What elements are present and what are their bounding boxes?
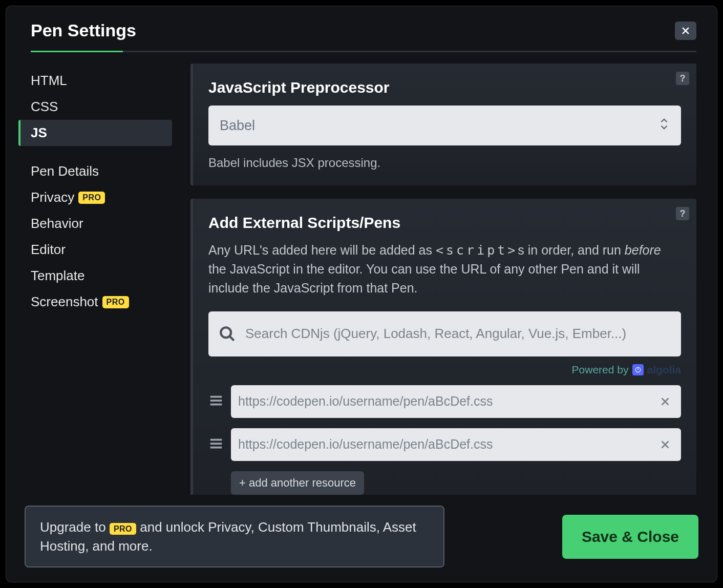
close-icon: [660, 396, 671, 407]
sidebar-item-screenshot[interactable]: Screenshot PRO: [18, 289, 172, 315]
sidebar-gap: [18, 146, 172, 158]
sidebar-item-label: Privacy: [31, 190, 74, 205]
svg-point-0: [221, 327, 231, 338]
cdn-search[interactable]: [208, 311, 681, 356]
content-area: ? JavaScript Preprocessor Babel Babel in…: [190, 64, 696, 495]
upgrade-banner[interactable]: Upgrade to PRO and unlock Privacy, Custo…: [25, 506, 444, 568]
panel-heading: JavaScript Preprocessor: [208, 79, 681, 96]
sidebar-item-label: Editor: [31, 242, 66, 258]
resource-input[interactable]: [238, 437, 653, 452]
modal-header: Pen Settings: [6, 6, 717, 46]
algolia-icon: [632, 364, 644, 375]
panel-description: Any URL's added here will be added as <s…: [208, 241, 681, 297]
panel-heading: Add External Scripts/Pens: [208, 214, 681, 232]
sidebar-item-privacy[interactable]: Privacy PRO: [18, 184, 172, 211]
drag-handle-icon[interactable]: [208, 393, 224, 410]
sidebar-item-pen-details[interactable]: Pen Details: [18, 158, 172, 184]
pro-badge: PRO: [110, 523, 136, 535]
add-resource-button[interactable]: + add another resource: [231, 471, 364, 495]
close-icon: [681, 26, 691, 36]
resource-remove-button[interactable]: [656, 393, 674, 410]
help-button[interactable]: ?: [676, 207, 689, 220]
code-literal: <script>: [436, 243, 518, 258]
preprocessor-helper: Babel includes JSX processing.: [208, 156, 681, 170]
close-button[interactable]: [675, 22, 696, 40]
modal-title: Pen Settings: [31, 20, 136, 40]
modal-footer: Upgrade to PRO and unlock Privacy, Custo…: [6, 495, 717, 582]
algolia-link[interactable]: algolia: [632, 364, 681, 376]
close-icon: [660, 439, 671, 450]
sidebar-item-css[interactable]: CSS: [18, 94, 172, 120]
modal-body: HTML CSS JS Pen Details Privacy PRO Beha…: [6, 52, 717, 495]
resource-input-wrap: [231, 385, 681, 418]
select-value: Babel: [220, 118, 255, 134]
sidebar-item-editor[interactable]: Editor: [18, 237, 172, 263]
resource-input[interactable]: [238, 394, 653, 409]
preprocessor-panel: ? JavaScript Preprocessor Babel Babel in…: [190, 64, 696, 185]
sidebar-item-label: Template: [31, 268, 85, 284]
drag-handle-icon[interactable]: [208, 436, 224, 453]
sidebar-item-js[interactable]: JS: [18, 120, 172, 146]
chevron-up-down-icon: [658, 116, 670, 135]
sidebar: HTML CSS JS Pen Details Privacy PRO Beha…: [18, 64, 172, 495]
preprocessor-select[interactable]: Babel: [208, 106, 681, 145]
cdn-search-input[interactable]: [245, 326, 671, 342]
sidebar-item-label: Behavior: [31, 216, 83, 232]
powered-by-row: Powered by algolia: [208, 364, 681, 376]
header-divider: [31, 51, 696, 52]
help-button[interactable]: ?: [676, 72, 689, 85]
settings-modal: Pen Settings HTML CSS JS Pen Details Pri…: [6, 6, 717, 582]
powered-by-label: Powered by: [572, 364, 629, 376]
resource-input-wrap: [231, 428, 681, 461]
resource-remove-button[interactable]: [656, 436, 674, 453]
resource-row: [208, 385, 681, 418]
resource-row: [208, 428, 681, 461]
sidebar-item-label: Pen Details: [31, 163, 99, 179]
sidebar-item-html[interactable]: HTML: [18, 68, 172, 94]
sidebar-item-behavior[interactable]: Behavior: [18, 211, 172, 237]
external-scripts-panel: ? Add External Scripts/Pens Any URL's ad…: [190, 199, 696, 495]
sidebar-item-label: Screenshot: [31, 294, 98, 310]
sidebar-item-template[interactable]: Template: [18, 263, 172, 289]
search-icon: [219, 325, 236, 343]
save-close-button[interactable]: Save & Close: [562, 515, 698, 559]
pro-badge: PRO: [78, 192, 105, 204]
pro-badge: PRO: [102, 296, 129, 308]
